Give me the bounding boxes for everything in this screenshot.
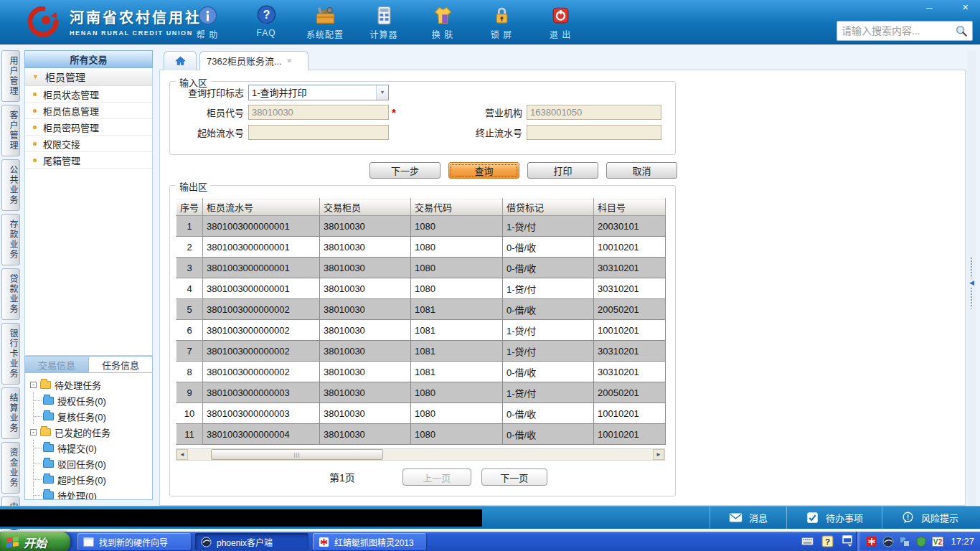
lock-screen-button[interactable]: 锁 屏: [481, 5, 522, 40]
end-serial-field[interactable]: [527, 125, 661, 140]
query-print-flag-select[interactable]: 1-查询并打印 ▼: [248, 85, 389, 100]
task-phoenix-client[interactable]: phoenix客户端: [195, 533, 308, 550]
table-row[interactable]: 238010030000000013801003010800-借/收100102…: [176, 237, 666, 258]
sidebar-item-1[interactable]: 柜员状态管理: [25, 86, 152, 103]
next-page-button[interactable]: 下一页: [481, 468, 547, 486]
cancel-button[interactable]: 取消: [606, 162, 677, 179]
shield-tray-icon[interactable]: [915, 536, 927, 547]
column-header[interactable]: 序号: [176, 199, 203, 216]
folder-icon: [43, 460, 54, 468]
panel-collapse-handle[interactable]: ◀: [969, 257, 974, 309]
table-row[interactable]: 638010030000000023801003010811-贷/付100102…: [176, 320, 666, 341]
search-input[interactable]: [842, 25, 955, 37]
todo-button[interactable]: 待办事项: [786, 507, 882, 529]
table-row[interactable]: 538010030000000023801003010810-借/收200502…: [176, 299, 666, 320]
tree-node[interactable]: -已发起的任务: [30, 424, 152, 440]
globe-tray-icon[interactable]: [882, 536, 894, 547]
help-button[interactable]: 帮 助: [187, 5, 228, 40]
horizontal-scrollbar[interactable]: ◄ ||| ►: [176, 448, 665, 461]
tree-leaf[interactable]: 授权任务(0): [34, 392, 152, 408]
task-hardware-wizard[interactable]: 找到新的硬件向导: [77, 533, 191, 550]
table-row[interactable]: 138010030000000013801003010801-贷/付200301…: [176, 216, 666, 237]
teller-code-field[interactable]: [248, 105, 389, 120]
tab-trade-info[interactable]: 交易信息: [25, 357, 88, 372]
tab-home[interactable]: [164, 51, 197, 70]
scrollbar-thumb[interactable]: |||: [211, 449, 383, 460]
help-tray-icon[interactable]: ?: [821, 535, 834, 547]
branch-field[interactable]: [527, 105, 661, 120]
system-config-button[interactable]: 系统配置: [304, 5, 346, 40]
side-tab-5[interactable]: 贷款业务: [1, 268, 20, 320]
task-label: 找到新的硬件向导: [99, 536, 168, 548]
change-skin-button[interactable]: 换 肤: [422, 5, 463, 40]
table-row[interactable]: 438010030000000013801003010801-贷/付303102…: [176, 278, 666, 299]
column-header[interactable]: 借贷标记: [503, 199, 594, 216]
table-cell: 38010030: [320, 362, 411, 382]
tree-leaf[interactable]: 复核任务(0): [34, 408, 152, 424]
tab-teller-account-flow[interactable]: 7362柜员账务流... ×: [199, 51, 308, 70]
close-button[interactable]: ×: [958, 1, 973, 14]
keyboard-icon[interactable]: [801, 535, 814, 547]
print-button[interactable]: 打印: [527, 162, 598, 179]
tree-collapse-icon[interactable]: -: [30, 382, 37, 388]
select-dropdown-icon[interactable]: ▼: [376, 85, 388, 100]
start-button[interactable]: 开始: [0, 532, 70, 551]
sidebar-item-2[interactable]: 柜员信息管理: [25, 103, 152, 119]
side-tab-1[interactable]: 用户管理: [1, 50, 20, 102]
column-header[interactable]: 交易代码: [411, 199, 503, 216]
output-section: 输出区 序号柜员流水号交易柜员交易代码借贷标记科目号 1380100300000…: [169, 185, 676, 496]
folder-icon: [43, 476, 54, 484]
table-header-row: 序号柜员流水号交易柜员交易代码借贷标记科目号: [176, 199, 666, 216]
sidebar-header-all-transactions[interactable]: 所有交易: [24, 50, 153, 68]
row-number-cell: 4: [176, 278, 203, 299]
query-button[interactable]: 查询: [448, 162, 519, 179]
table-row[interactable]: 1138010030000000043801003010800-借/收10010…: [176, 424, 666, 445]
table-row[interactable]: 738010030000000023801003010811-贷/付303102…: [176, 341, 666, 362]
tree-leaf[interactable]: 待处理(0): [34, 487, 152, 500]
side-tab-2[interactable]: 客户管理: [1, 105, 20, 156]
search-icon[interactable]: [955, 24, 968, 37]
scroll-left-icon[interactable]: ◄: [176, 449, 188, 460]
table-row[interactable]: 938010030000000033801003010801-贷/付200502…: [176, 382, 666, 403]
sidebar-item-3[interactable]: 柜员密码管理: [25, 119, 152, 136]
calculator-button[interactable]: 计算器: [363, 5, 405, 40]
start-serial-field[interactable]: [248, 125, 389, 140]
column-header[interactable]: 科目号: [594, 199, 666, 216]
exit-button[interactable]: 退 出: [540, 5, 581, 40]
side-tab-4[interactable]: 存款业务: [1, 214, 20, 265]
table-row[interactable]: 1038010030000000033801003010800-借/收10010…: [176, 403, 666, 424]
input-method-tray-icon[interactable]: V2: [932, 536, 943, 547]
table-row[interactable]: 338010030000000013801003010800-借/收303102…: [176, 258, 666, 278]
sidebar-item-4[interactable]: 权限交接: [25, 136, 152, 152]
tree-leaf[interactable]: 超时任务(0): [34, 471, 152, 487]
dragonfly-tray-icon[interactable]: [866, 536, 877, 547]
tab-close-icon[interactable]: ×: [287, 56, 292, 66]
column-header[interactable]: 交易柜员: [320, 199, 411, 216]
task-screenshot-tool[interactable]: 红蜻蜓抓图精灵2013: [313, 533, 426, 550]
tab-task-info[interactable]: 任务信息: [88, 357, 152, 372]
prev-page-button[interactable]: 上一页: [402, 468, 471, 486]
faq-button[interactable]: ? FAQ: [245, 5, 287, 40]
tree-node[interactable]: -待处理任务: [30, 377, 152, 392]
table-row[interactable]: 838010030000000023801003010810-借/收303102…: [176, 362, 666, 382]
app-logo: 河南省农村信用社 HENAN RURAL CREDIT UNION: [24, 6, 202, 37]
task-label: 红蜻蜓抓图精灵2013: [334, 536, 414, 548]
side-tab-7[interactable]: 结算业务: [1, 387, 20, 439]
column-header[interactable]: 柜员流水号: [203, 199, 320, 216]
tree-leaf[interactable]: 驳回任务(0): [34, 456, 152, 471]
side-tab-8[interactable]: 资金业务: [1, 442, 20, 494]
messages-button[interactable]: 消息: [710, 507, 786, 529]
tree-leaf[interactable]: 待提交(0): [34, 440, 152, 456]
restore-window-icon[interactable]: [842, 535, 854, 547]
side-tab-6[interactable]: 银行卡业务: [1, 323, 20, 385]
minimize-button[interactable]: –: [922, 1, 936, 14]
risk-alert-button[interactable]: 风险提示: [882, 507, 977, 529]
next-step-button[interactable]: 下一步: [369, 162, 440, 179]
tree-collapse-icon[interactable]: -: [30, 429, 37, 435]
sidebar-group-teller-management[interactable]: ▼ 柜员管理: [25, 68, 152, 86]
network-tray-icon[interactable]: [899, 536, 910, 547]
side-tab-3[interactable]: 公共业务: [1, 159, 20, 211]
scroll-right-icon[interactable]: ►: [653, 449, 664, 460]
sidebar-item-5[interactable]: 尾箱管理: [25, 152, 152, 169]
app-title: 河南省农村信用社: [70, 6, 202, 27]
